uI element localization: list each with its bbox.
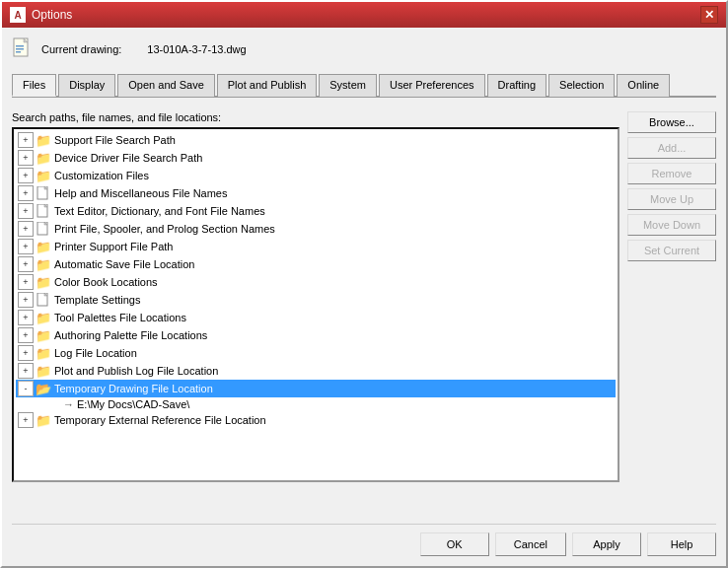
folder-icon: 📁 [36,364,51,378]
tree-item-template-settings[interactable]: + Template Settings [16,291,616,309]
file-icon [36,293,51,307]
svg-rect-2 [16,45,24,47]
tree-item-authoring-palette[interactable]: + 📁 Authoring Palette File Locations [16,326,616,344]
apply-button[interactable]: Apply [572,532,641,556]
tree-item-support-file-search-path[interactable]: + 📁 Support File Search Path [16,131,616,149]
bottom-buttons: OK Cancel Apply Help [12,524,716,556]
tree-item-label: Template Settings [54,294,140,306]
tree-item-label: Text Editor, Dictionary, and Font File N… [54,205,265,217]
tree-item-tool-palettes[interactable]: + 📁 Tool Palettes File Locations [16,309,616,326]
tree-item-device-driver[interactable]: + 📁 Device Driver File Search Path [16,149,616,167]
tree-item-color-book[interactable]: + 📁 Color Book Locations [16,273,616,291]
current-drawing-value: 13-010A-3-7-13.dwg [147,43,246,55]
options-dialog: A Options ✕ Current drawing: 13-010A-3-7… [0,0,728,568]
folder-icon: 📁 [36,151,51,165]
tree-item-plot-publish-log[interactable]: + 📁 Plot and Publish Log File Location [16,362,616,380]
file-panel-label: Search paths, file names, and file locat… [12,111,619,123]
remove-button[interactable]: Remove [627,163,716,184]
tree-item-label: Temporary External Reference File Locati… [54,414,266,426]
current-drawing-label: Current drawing: [41,43,121,55]
svg-rect-3 [16,48,24,50]
tree-item-label: Print File, Spooler, and Prolog Section … [54,223,275,235]
expand-icon[interactable]: + [18,239,34,254]
help-button[interactable]: Help [647,532,716,556]
tree-item-label: Color Book Locations [54,276,158,288]
tree-item-label: Printer Support File Path [54,241,173,252]
tree-item-label: Temporary Drawing File Location [54,383,213,394]
tree-item-label: Log File Location [54,347,137,359]
file-icon [36,222,51,236]
browse-button[interactable]: Browse... [627,111,716,133]
title-bar-left: A Options [10,7,72,23]
tab-plot-and-publish[interactable]: Plot and Publish [217,74,318,97]
expand-icon[interactable]: + [18,185,34,201]
expand-icon[interactable]: + [18,345,34,361]
main-area: Search paths, file names, and file locat… [12,111,716,516]
arrow-icon: → [63,398,74,410]
tree-item-text-editor[interactable]: + Text Editor, Dictionary, and Font File… [16,202,616,220]
file-panel: Search paths, file names, and file locat… [12,111,619,516]
tab-user-preferences[interactable]: User Preferences [379,74,485,97]
expand-icon[interactable]: + [18,132,34,148]
expand-icon[interactable]: + [18,203,34,219]
cancel-button[interactable]: Cancel [495,532,566,556]
tree-item-log-file[interactable]: + 📁 Log File Location [16,344,616,362]
folder-icon: 📁 [36,257,51,271]
tree-item-label: Automatic Save File Location [54,258,194,270]
folder-icon: 📁 [36,311,51,324]
tree-container[interactable]: + 📁 Support File Search Path + 📁 Device … [12,127,619,482]
expand-icon[interactable]: + [18,256,34,272]
svg-rect-4 [16,51,21,53]
tab-online[interactable]: Online [617,74,670,97]
current-drawing-row: Current drawing: 13-010A-3-7-13.dwg [12,37,716,61]
expand-icon[interactable]: + [18,168,34,183]
tree-item-path[interactable]: → E:\My Docs\CAD-Save\ [16,397,616,411]
tree-item-label: Support File Search Path [54,134,176,146]
tree-item-printer-support[interactable]: + 📁 Printer Support File Path [16,238,616,255]
ok-button[interactable]: OK [420,532,489,556]
tab-open-and-save[interactable]: Open and Save [117,74,214,97]
file-icon [36,204,51,218]
close-button[interactable]: ✕ [700,6,718,24]
tabs-container: Files Display Open and Save Plot and Pub… [12,73,716,98]
expand-icon[interactable]: + [18,412,34,428]
tab-drafting[interactable]: Drafting [487,74,547,97]
tree-item-temporary-drawing[interactable]: - 📂 Temporary Drawing File Location [16,380,616,397]
move-up-button[interactable]: Move Up [627,188,716,210]
app-icon: A [10,7,26,23]
tab-files[interactable]: Files [12,74,56,97]
expand-icon[interactable]: - [18,381,34,396]
expand-icon[interactable]: + [18,363,34,379]
expand-icon[interactable]: + [18,292,34,308]
move-down-button[interactable]: Move Down [627,214,716,236]
tab-display[interactable]: Display [58,74,115,97]
set-current-button[interactable]: Set Current [627,240,716,261]
expand-icon[interactable]: + [18,310,34,325]
action-buttons-panel: Browse... Add... Remove Move Up Move Dow… [627,111,716,516]
expand-icon[interactable]: + [18,221,34,237]
tab-system[interactable]: System [319,74,377,97]
tree-item-temp-external-ref[interactable]: + 📁 Temporary External Reference File Lo… [16,411,616,429]
window-title: Options [32,8,72,22]
tree-item-label: E:\My Docs\CAD-Save\ [77,398,189,410]
drawing-icon [12,37,36,61]
folder-icon: 📁 [36,133,51,147]
folder-icon: 📁 [36,275,51,289]
expand-icon[interactable]: + [18,150,34,166]
add-button[interactable]: Add... [627,137,716,159]
tree-item-label: Tool Palettes File Locations [54,312,186,323]
tree-item-help[interactable]: + Help and Miscellaneous File Names [16,184,616,202]
folder-icon: 📁 [36,413,51,427]
folder-icon: 📁 [36,240,51,253]
folder-icon: 📁 [36,328,51,342]
tree-item-print-file[interactable]: + Print File, Spooler, and Prolog Sectio… [16,220,616,238]
tree-item-label: Plot and Publish Log File Location [54,365,218,377]
title-bar: A Options ✕ [2,2,726,28]
tab-selection[interactable]: Selection [548,74,615,97]
folder-icon: 📂 [36,382,51,395]
expand-icon[interactable]: + [18,327,34,343]
expand-icon[interactable]: + [18,274,34,290]
tree-item-label: Customization Files [54,170,149,181]
tree-item-automatic-save[interactable]: + 📁 Automatic Save File Location [16,255,616,273]
tree-item-customization[interactable]: + 📁 Customization Files [16,167,616,184]
